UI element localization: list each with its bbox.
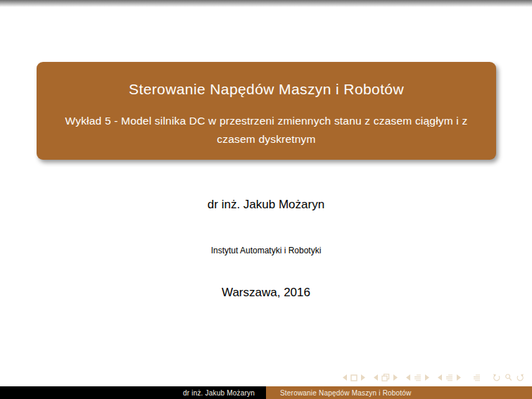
next-triangle-icon[interactable] [361, 374, 365, 381]
appendix-navigation [473, 374, 481, 381]
next-triangle-icon[interactable] [457, 374, 461, 381]
slide-subtitle: Wykład 5 - Model silnika DC w przestrzen… [46, 112, 486, 148]
forward-arrow-icon[interactable] [516, 374, 524, 381]
subsection-list-icon[interactable] [445, 374, 453, 381]
prev-triangle-icon[interactable] [438, 374, 442, 381]
search-icon[interactable] [505, 374, 512, 381]
slide-square-icon[interactable] [350, 374, 357, 381]
slide-navigation [343, 374, 365, 381]
footer-title-box: Sterowanie Napędów Maszyn i Robotów [266, 386, 532, 399]
author: dr inż. Jakub Możaryn [0, 198, 532, 212]
footer-title: Sterowanie Napędów Maszyn i Robotów [280, 389, 412, 397]
history-search [493, 374, 524, 381]
slide-title: Sterowanie Napędów Maszyn i Robotów [129, 81, 404, 98]
institute: Instytut Automatyki i Robotyki [0, 246, 532, 255]
section-navigation [406, 374, 429, 381]
date: Warszawa, 2016 [0, 286, 532, 300]
frame-navigation [374, 374, 398, 381]
prev-triangle-icon[interactable] [374, 374, 378, 381]
prev-triangle-icon[interactable] [343, 374, 347, 381]
top-shade-bar [0, 0, 532, 7]
prev-triangle-icon[interactable] [406, 374, 410, 381]
section-list-icon[interactable] [414, 374, 422, 381]
beamer-navigation-symbols [343, 374, 524, 381]
footline: dr inż. Jakub Możaryn Sterowanie Napędów… [0, 386, 532, 399]
next-triangle-icon[interactable] [425, 374, 429, 381]
footer-author-box: dr inż. Jakub Możaryn [0, 386, 266, 399]
back-arrow-icon[interactable] [493, 374, 501, 381]
footer-author: dr inż. Jakub Możaryn [183, 389, 255, 397]
slide: Sterowanie Napędów Maszyn i Robotów Wykł… [0, 0, 532, 399]
subsection-navigation [438, 374, 461, 381]
appendix-list-icon[interactable] [473, 374, 481, 381]
frame-overlay-icon[interactable] [381, 374, 390, 381]
next-triangle-icon[interactable] [393, 374, 398, 381]
title-card: Sterowanie Napędów Maszyn i Robotów Wykł… [37, 62, 496, 160]
